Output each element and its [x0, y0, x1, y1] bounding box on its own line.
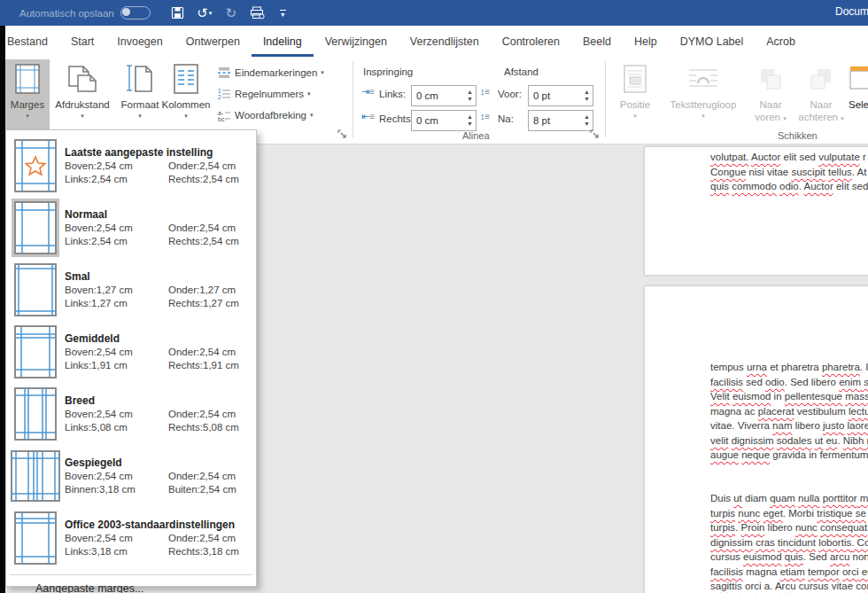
- svg-text:2: 2: [218, 94, 221, 100]
- narrow-margins-icon: [12, 261, 59, 319]
- normal-margins-icon: [12, 199, 59, 257]
- wrap-text-icon: [688, 59, 718, 98]
- indent-right-field[interactable]: 0 cm ▲▼: [411, 110, 477, 131]
- margin-preset-last-custom[interactable]: Laatste aangepaste instelling Boven:2,54…: [6, 135, 256, 197]
- word-window: Automatisch opslaan ↺▾ ↻ ▾ Docum Bestand…: [0, 0, 868, 593]
- bring-forward-button[interactable]: Naar voren ▾: [748, 59, 794, 141]
- chevron-down-icon: ▾: [841, 115, 844, 121]
- tab-help[interactable]: Help: [623, 26, 669, 57]
- margin-preset-office2003[interactable]: Office 2003-standaardinstellingen Boven:…: [6, 507, 256, 569]
- undo-button[interactable]: ↺▾: [197, 5, 213, 21]
- custom-margins-item[interactable]: Aangepaste marges...: [10, 574, 252, 593]
- redo-button[interactable]: ↻: [223, 5, 239, 21]
- svg-text:1: 1: [218, 88, 221, 94]
- breaks-icon: [217, 66, 231, 79]
- page2-paragraph-1: tempus urna et pharetra pharetra. Ifacil…: [710, 360, 868, 463]
- position-button[interactable]: Positie ▾: [611, 59, 659, 141]
- moderate-margins-icon: [12, 323, 59, 381]
- tab-ontwerpen[interactable]: Ontwerpen: [174, 26, 252, 57]
- margins-dropdown-menu: Laatste aangepaste instelling Boven:2,54…: [5, 129, 257, 587]
- page2-paragraph-2: Duis ut diam quam nulla porttitor mturpi…: [710, 491, 868, 593]
- group-divider: [605, 61, 606, 137]
- autosave-toggle[interactable]: Automatisch opslaan: [19, 6, 151, 20]
- autosave-label: Automatisch opslaan: [19, 8, 114, 19]
- tab-start[interactable]: Start: [59, 26, 105, 57]
- hyphenation-icon: a-bc: [217, 109, 231, 121]
- tab-acrobat[interactable]: Acrob: [755, 26, 807, 57]
- chevron-down-icon: ▾: [701, 113, 705, 120]
- send-backward-button[interactable]: Naar achteren ▾: [795, 59, 847, 141]
- size-icon: [127, 59, 153, 98]
- tab-verzendlijsten[interactable]: Verzendlijsten: [399, 26, 491, 57]
- toggle-knob: [122, 8, 130, 16]
- hyphenation-button[interactable]: a-bc Woordafbreking ▾: [217, 105, 314, 124]
- indent-left-field[interactable]: 0 cm ▲▼: [411, 85, 477, 106]
- spacing-before-label: Voor:: [498, 89, 522, 99]
- indent-section-label: Inspringing: [363, 66, 413, 77]
- spacing-after-field[interactable]: 8 pt ▲▼: [528, 110, 593, 131]
- wide-margins-icon: [12, 385, 59, 443]
- chevron-down-icon: ▾: [633, 113, 637, 120]
- send-backward-icon: [809, 59, 833, 98]
- spacing-before-icon: ↕≡: [480, 86, 495, 98]
- spinner-arrows[interactable]: ▲▼: [581, 113, 593, 128]
- selection-pane-icon: [849, 59, 868, 98]
- margin-preset-mirrored[interactable]: Gespiegeld Boven:2,54 cmOnder:2,54 cm Bi…: [6, 445, 256, 507]
- arrange-group-label: Schikken: [778, 130, 818, 141]
- spinner-arrows[interactable]: ▲▼: [581, 89, 593, 103]
- chevron-down-icon: ▾: [138, 113, 142, 120]
- tab-controleren[interactable]: Controleren: [491, 26, 571, 57]
- page1-text: volutpat. Auctor elit sed vulputate rCon…: [710, 150, 868, 194]
- document-title: Docum: [835, 5, 868, 18]
- spinner-arrows[interactable]: ▲▼: [464, 113, 476, 128]
- paragraph-group-label: Alinea: [462, 130, 490, 141]
- office2003-margins-icon: [12, 509, 59, 567]
- spacing-before-field[interactable]: 0 pt ▲▼: [528, 85, 593, 106]
- title-bar: Automatisch opslaan ↺▾ ↻ ▾ Docum: [0, 0, 868, 26]
- breaks-button[interactable]: Eindemarkeringen ▾: [217, 63, 324, 82]
- chevron-down-icon: ▾: [81, 113, 84, 120]
- tab-invoegen[interactable]: Invoegen: [105, 26, 174, 57]
- tab-dymo-label[interactable]: DYMO Label: [669, 26, 756, 57]
- wrap-text-button[interactable]: Tekstterugloop ▾: [661, 59, 746, 141]
- document-page-2[interactable]: tempus urna et pharetra pharetra. Ifacil…: [644, 285, 868, 593]
- indent-right-icon: ⇤≡: [361, 111, 376, 123]
- tab-indeling[interactable]: Indeling: [252, 26, 314, 57]
- chevron-down-icon: ▾: [783, 115, 787, 121]
- margin-preset-narrow[interactable]: Smal Boven:1,27 cmOnder:1,27 cm Links:1,…: [6, 259, 256, 321]
- margin-preset-moderate[interactable]: Gemiddeld Boven:2,54 cmOnder:2,54 cm Lin…: [6, 321, 256, 383]
- chevron-down-icon: ▾: [307, 90, 311, 98]
- chevron-down-icon: ▾: [184, 113, 188, 120]
- margin-preset-normal[interactable]: Normaal Boven:2,54 cmOnder:2,54 cm Links…: [6, 197, 256, 259]
- spacing-section-label: Afstand: [504, 66, 539, 77]
- customize-qat-button[interactable]: ▾: [280, 10, 286, 17]
- mirrored-margins-icon: [8, 448, 63, 504]
- tab-beeld[interactable]: Beeld: [571, 26, 623, 57]
- tab-bestand[interactable]: Bestand: [5, 26, 59, 57]
- ribbon-tab-bar: Bestand Start Invoegen Ontwerpen Indelin…: [5, 26, 868, 57]
- autosave-toggle-switch[interactable]: [120, 6, 151, 20]
- svg-text:a-: a-: [218, 109, 224, 115]
- paragraph-dialog-launcher-icon[interactable]: [590, 129, 601, 140]
- line-numbers-button[interactable]: 12 Regelnummers ▾: [217, 84, 311, 103]
- svg-text:bc: bc: [218, 115, 225, 121]
- spacing-after-label: Na:: [498, 113, 514, 124]
- save-icon[interactable]: [170, 5, 186, 21]
- line-numbers-icon: 12: [217, 88, 231, 100]
- tab-verwijzingen[interactable]: Verwijzingen: [314, 26, 399, 57]
- indent-right-label: Rechts:: [379, 113, 414, 124]
- document-page-1[interactable]: volutpat. Auctor elit sed vulputate rCon…: [644, 146, 868, 276]
- margin-preset-wide[interactable]: Breed Boven:2,54 cmOnder:2,54 cm Links:5…: [6, 383, 256, 445]
- selection-pane-button[interactable]: Selectiede: [849, 59, 868, 141]
- chevron-down-icon: ▾: [310, 112, 314, 119]
- print-icon[interactable]: [250, 5, 266, 21]
- group-divider: [353, 61, 353, 137]
- spinner-arrows[interactable]: ▲▼: [464, 89, 476, 103]
- page-setup-dialog-launcher-icon[interactable]: [337, 129, 348, 140]
- quick-access-toolbar: ↺▾ ↻ ▾: [170, 5, 286, 21]
- columns-icon: [174, 59, 198, 98]
- screen-edge-strip: [0, 26, 5, 593]
- indent-left-label: Links:: [379, 89, 406, 99]
- bring-forward-icon: [758, 59, 783, 98]
- chevron-down-icon: ▾: [26, 113, 29, 120]
